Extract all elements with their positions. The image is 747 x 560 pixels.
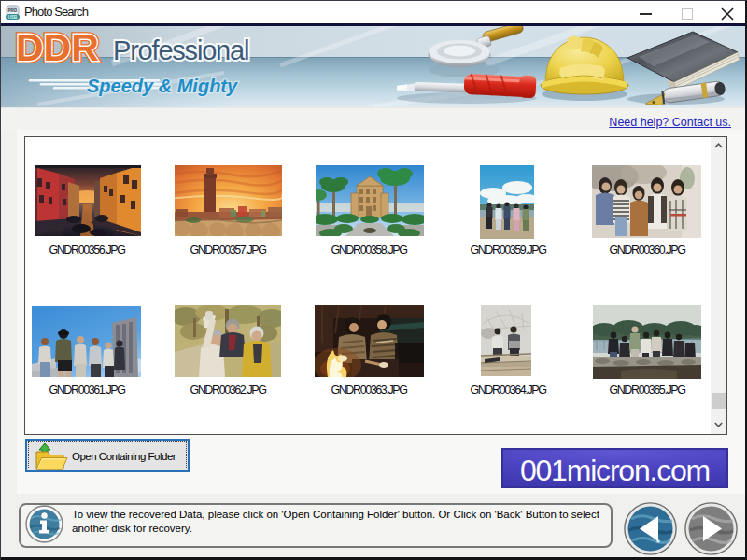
svg-text:PRO: PRO (8, 8, 18, 13)
svg-text:USB: USB (8, 15, 18, 20)
svg-text:DDR: DDR (16, 26, 99, 69)
svg-text:Speedy & Mighty: Speedy & Mighty (87, 76, 238, 96)
svg-text:Professional: Professional (113, 35, 248, 65)
